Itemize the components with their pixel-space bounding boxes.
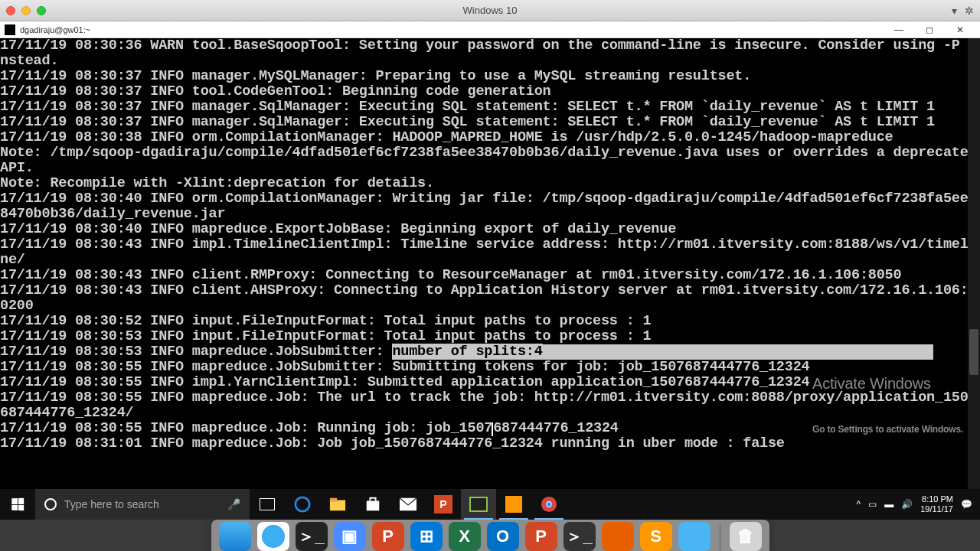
notifications-icon[interactable]: 💬 [961, 499, 972, 510]
win-close-button[interactable]: ✕ [945, 22, 975, 37]
terminal-titlebar: dgadiraju@gw01:~ — ◻ ✕ [0, 21, 980, 38]
dock: ＞_ ▣ P ⊞ X O P ＞_ S 🗑 [0, 520, 980, 551]
chrome-icon[interactable] [531, 489, 567, 520]
win-maximize-button[interactable]: ◻ [914, 22, 945, 37]
file-explorer-icon[interactable] [320, 489, 355, 520]
search-bar[interactable]: Type here to search 🎤 [35, 489, 250, 520]
task-view-button[interactable] [250, 489, 285, 520]
mail-icon[interactable] [390, 489, 426, 520]
window-title: Windows 10 [0, 5, 980, 16]
firefox-icon[interactable] [602, 522, 634, 551]
terminal-icon [5, 24, 15, 35]
safari-icon[interactable] [257, 522, 289, 551]
store-icon[interactable] [355, 489, 390, 520]
svg-rect-3 [367, 500, 380, 510]
win-minimize-button[interactable]: — [884, 22, 914, 37]
excel-icon[interactable]: X [449, 522, 481, 551]
taskbar: Type here to search 🎤 P ^ ▭ ▬ 🔊 8:10 PM … [0, 489, 980, 520]
tray-chevron-icon[interactable]: ^ [857, 499, 861, 510]
mac-titlebar: Windows 10 ▾ ✲ [0, 0, 980, 21]
scrollbar-thumb[interactable] [969, 329, 978, 375]
iterm-icon[interactable]: ＞_ [564, 522, 596, 551]
edge-icon[interactable] [285, 489, 320, 520]
cortana-icon [44, 498, 57, 510]
svg-rect-2 [330, 498, 337, 502]
terminal-title: dgadiraju@gw01:~ [20, 25, 90, 34]
svg-rect-1 [330, 500, 345, 511]
battery-icon[interactable]: ▭ [868, 499, 877, 510]
network-icon[interactable]: ▬ [884, 499, 893, 510]
sublime-app-icon[interactable]: S [640, 522, 672, 551]
trash-icon[interactable]: 🗑 [730, 522, 762, 551]
taskbar-clock[interactable]: 8:10 PM 19/11/17 [920, 494, 953, 514]
search-placeholder: Type here to search [64, 498, 159, 510]
svg-point-8 [547, 502, 551, 507]
finder-icon[interactable] [219, 522, 251, 551]
outlook-icon[interactable]: O [487, 522, 519, 551]
mic-icon[interactable]: 🎤 [227, 498, 240, 510]
powerpoint-icon[interactable]: P [426, 489, 461, 520]
powerpoint2-icon[interactable]: P [525, 522, 557, 551]
vm-window: dgadiraju@gw01:~ — ◻ ✕ 17/11/19 08:30:36… [0, 21, 980, 509]
folder-icon[interactable] [678, 522, 710, 551]
parallels-icon[interactable]: ⊞ [410, 522, 443, 551]
sublime-icon[interactable] [496, 489, 531, 520]
activation-watermark: Activate Windows Go to Settings to activ… [812, 345, 963, 468]
start-button[interactable] [0, 489, 35, 520]
highlighted-text: number of splits:4 [392, 344, 542, 360]
volume-icon[interactable]: 🔊 [901, 499, 913, 510]
zoom-icon[interactable]: ▣ [334, 522, 366, 551]
svg-point-0 [296, 497, 309, 511]
scrollbar[interactable] [968, 38, 980, 509]
terminal-output[interactable]: 17/11/19 08:30:36 WARN tool.BaseSqoopToo… [0, 38, 980, 509]
powerpoint-app-icon[interactable]: P [372, 522, 404, 551]
cmder-icon[interactable] [461, 489, 496, 520]
system-tray: ^ ▭ ▬ 🔊 8:10 PM 19/11/17 💬 [849, 494, 980, 514]
terminal-app-icon[interactable]: ＞_ [296, 522, 328, 551]
